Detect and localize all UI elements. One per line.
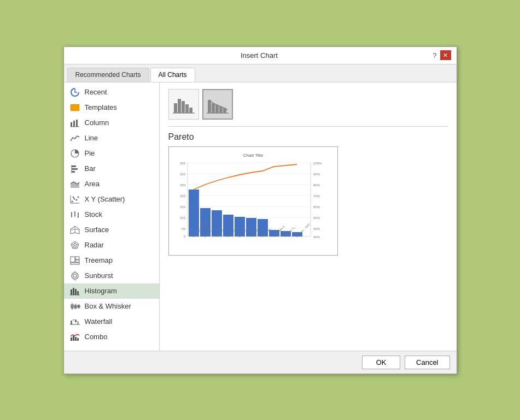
line-icon-svg: [69, 133, 80, 143]
templates-icon-svg: [69, 103, 80, 113]
treemap-icon: [69, 256, 80, 265]
sidebar-item-templates[interactable]: Templates: [64, 100, 159, 115]
svg-point-14: [77, 196, 79, 198]
svg-rect-69: [178, 99, 181, 113]
svg-rect-76: [215, 105, 219, 113]
sidebar-item-area-label: Area: [85, 180, 100, 188]
treemap-icon-svg: [69, 256, 80, 265]
svg-text:350: 350: [179, 162, 185, 165]
combo-icon: [69, 332, 80, 342]
sidebar-item-line[interactable]: Line: [64, 131, 159, 146]
sidebar-item-stock[interactable]: Stock: [64, 207, 159, 222]
svg-rect-6: [72, 165, 76, 167]
sidebar-item-combo[interactable]: Combo: [64, 329, 159, 345]
title-bar-controls: ? ✕: [433, 50, 451, 60]
sidebar-item-recent[interactable]: Recent: [64, 85, 159, 100]
surface-icon-svg: [69, 225, 80, 235]
svg-text:50%: 50%: [313, 216, 320, 220]
svg-rect-66: [75, 337, 77, 341]
sidebar-item-bar[interactable]: Bar: [64, 161, 159, 176]
sidebar-item-treemap-label: Treemap: [85, 256, 113, 264]
sidebar-item-histogram[interactable]: Histogram: [64, 283, 159, 299]
svg-rect-37: [71, 257, 75, 262]
box-whisker-icon-svg: [69, 301, 80, 311]
chart-title-text: Chart Title: [243, 153, 263, 158]
svg-text:30%: 30%: [313, 235, 320, 239]
svg-text:300: 300: [179, 173, 185, 176]
svg-point-42: [72, 273, 78, 279]
help-button[interactable]: ?: [433, 51, 436, 60]
svg-rect-2: [73, 121, 75, 127]
sidebar-item-bar-label: Bar: [85, 164, 96, 173]
sidebar-item-radar[interactable]: Radar: [64, 238, 159, 253]
sidebar-item-sunburst[interactable]: Sunburst: [64, 268, 159, 283]
recent-icon-svg: [69, 87, 80, 97]
tab-all-charts[interactable]: All Charts: [150, 68, 195, 82]
svg-point-12: [73, 198, 75, 199]
cancel-button[interactable]: Cancel: [405, 356, 449, 369]
pareto-chart-svg: Chart Title 350 300 250 200 150: [171, 149, 335, 253]
svg-text:80%: 80%: [313, 184, 320, 187]
sidebar-item-surface[interactable]: Surface: [64, 222, 159, 238]
pie-icon: [69, 149, 80, 158]
stock-icon-svg: [69, 210, 80, 220]
column-icon: [69, 118, 80, 128]
ok-button[interactable]: OK: [362, 356, 400, 369]
radar-icon-svg: [69, 240, 80, 250]
chart-preview-box: Chart Title 350 300 250 200 150: [168, 146, 338, 256]
sidebar-item-sunburst-label: Sunburst: [85, 271, 113, 280]
sidebar-item-area[interactable]: Area: [64, 176, 159, 192]
sidebar-item-line-label: Line: [85, 134, 98, 142]
sidebar-item-column[interactable]: Column: [64, 115, 159, 131]
svg-rect-47: [75, 289, 77, 295]
insert-chart-dialog: Insert Chart ? ✕ Recommended Charts All …: [63, 46, 457, 374]
svg-rect-75: [212, 103, 215, 113]
histogram-icon-svg: [69, 286, 80, 296]
svg-rect-72: [189, 108, 192, 113]
svg-rect-71: [185, 104, 189, 113]
svg-text:60%: 60%: [313, 205, 320, 209]
sidebar-item-pie[interactable]: Pie: [64, 146, 159, 161]
sidebar: Recent Templates: [64, 82, 160, 351]
svg-point-15: [72, 196, 74, 198]
svg-rect-77: [219, 107, 223, 113]
svg-point-13: [75, 199, 77, 200]
close-button[interactable]: ✕: [440, 50, 451, 60]
bar-icon-svg: [69, 164, 80, 174]
svg-rect-3: [76, 120, 78, 127]
chart-subtype-pareto[interactable]: [202, 89, 233, 120]
sidebar-item-column-label: Column: [85, 119, 109, 127]
svg-rect-7: [72, 168, 78, 170]
sidebar-item-xy-scatter[interactable]: X Y (Scatter): [64, 192, 159, 207]
xy-scatter-icon: [69, 194, 80, 204]
main-area: Pareto Chart Title: [160, 82, 457, 351]
chart-type-icons: [168, 89, 448, 120]
svg-text:70%: 70%: [313, 194, 320, 198]
sidebar-item-xy-scatter-label: X Y (Scatter): [85, 195, 125, 203]
sidebar-item-stock-label: Stock: [85, 210, 103, 218]
svg-rect-62: [77, 321, 79, 324]
svg-rect-65: [73, 336, 74, 341]
xy-scatter-icon-svg: [69, 194, 80, 204]
sunburst-icon-svg: [69, 271, 80, 281]
svg-rect-59: [71, 321, 72, 324]
surface-icon: [69, 225, 80, 235]
sidebar-item-box-whisker[interactable]: Box & Whisker: [64, 299, 159, 314]
tab-recommended[interactable]: Recommended Charts: [67, 68, 149, 82]
sidebar-item-templates-label: Templates: [85, 103, 117, 111]
sunburst-icon: [69, 271, 80, 281]
stock-icon: [69, 210, 80, 220]
svg-rect-64: [71, 338, 72, 341]
sidebar-item-box-whisker-label: Box & Whisker: [85, 302, 131, 310]
pie-icon-svg: [69, 149, 80, 158]
svg-point-41: [73, 274, 77, 277]
svg-text:50: 50: [182, 227, 185, 230]
templates-icon: [69, 103, 80, 113]
svg-rect-60: [73, 319, 74, 321]
sidebar-item-treemap[interactable]: Treemap: [64, 253, 159, 268]
svg-text:100%: 100%: [313, 162, 322, 165]
title-bar: Insert Chart ? ✕: [64, 47, 457, 64]
histogram-icon: [69, 286, 80, 296]
chart-subtype-histogram[interactable]: [168, 89, 199, 120]
sidebar-item-waterfall[interactable]: Waterfall: [64, 314, 159, 329]
